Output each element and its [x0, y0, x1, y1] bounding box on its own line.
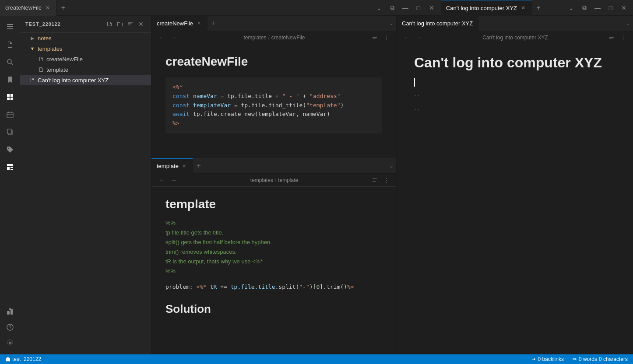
bottom-editor-tab-template[interactable]: template ✕	[151, 158, 193, 174]
vault-status-label: test_220122	[12, 356, 41, 362]
right-forward-button[interactable]: →	[414, 33, 424, 42]
word-count-status[interactable]: ✏ 0 words 0 characters	[571, 356, 629, 362]
bottom-editor-content[interactable]: template %% tp.file.title gets the title…	[151, 187, 396, 354]
backlinks-status[interactable]: 0 backlinks	[529, 356, 566, 362]
activity-bar: ?	[0, 16, 20, 354]
grid-icon[interactable]	[2, 89, 18, 105]
close-tab-createNewFile[interactable]: ✕	[44, 4, 51, 11]
template-code-line: problem: <%* tR += tp.file.title.split("…	[165, 284, 382, 290]
svg-rect-7	[7, 98, 10, 100]
top-editor-content[interactable]: createNewFile <%* const nameVar = tp.fil…	[151, 44, 396, 158]
calendar-icon[interactable]	[2, 107, 18, 122]
sidebar-toggle-icon[interactable]	[2, 19, 18, 35]
close-sidebar-button[interactable]: ✕	[136, 19, 146, 29]
bottom-back-button[interactable]: ←	[157, 175, 166, 185]
split-editor-button[interactable]: ⧉	[387, 2, 398, 14]
minimize-button-right[interactable]: —	[592, 2, 603, 14]
new-tab-button-right[interactable]: +	[532, 2, 545, 14]
right-back-button[interactable]: ←	[402, 33, 411, 42]
tab-chevron-down[interactable]: ⌄	[373, 2, 385, 14]
tab-controls-right: ⌄ ⧉ — □ ✕	[370, 2, 441, 14]
cursor-indicator	[414, 78, 615, 88]
app-tab-createNewFile[interactable]: createNewFile ✕	[0, 0, 57, 16]
svg-rect-8	[11, 98, 13, 100]
top-reading-view-btn[interactable]	[370, 33, 380, 42]
new-folder-button[interactable]	[115, 19, 125, 29]
file-createNewFile-label: createNewFile	[46, 56, 148, 63]
top-code-block: <%* const nameVar = tp.file.title + " - …	[165, 77, 382, 133]
files-icon[interactable]	[2, 37, 18, 52]
sidebar-item-template[interactable]: template	[20, 64, 151, 75]
right-more-options-btn[interactable]: ⋮	[618, 33, 628, 42]
right-editor-tab-cant-log[interactable]: Can't log into computer XYZ	[397, 16, 478, 31]
right-editor-content[interactable]: Can't log into computer XYZ ·· ··	[397, 44, 633, 354]
plugin-icon[interactable]	[2, 304, 18, 319]
tab-chevron-down-right[interactable]: ⌄	[566, 2, 577, 14]
solution-heading: Solution	[165, 302, 382, 316]
top-editor-add-tab[interactable]: +	[207, 18, 219, 29]
template-icon[interactable]	[2, 159, 18, 175]
sidebar-item-templates[interactable]: ▼ templates	[20, 43, 151, 54]
tab-controls-right2: ⌄ ⧉ — □ ✕	[562, 2, 633, 14]
close-window-button[interactable]: ✕	[426, 2, 437, 14]
top-back-button[interactable]: ←	[157, 33, 166, 42]
breadcrumb-file-top[interactable]: createNewFile	[271, 35, 305, 41]
right-editor-tab-chevron[interactable]: ⌄	[623, 18, 633, 28]
split-editor-button-right[interactable]: ⧉	[579, 2, 590, 14]
top-breadcrumb: templates / createNewFile	[181, 35, 367, 41]
settings-icon[interactable]	[2, 335, 18, 351]
bottom-editor-tab-chevron[interactable]: ⌄	[387, 161, 396, 171]
svg-rect-14	[7, 129, 11, 134]
breadcrumb-folder-top[interactable]: templates	[243, 35, 266, 41]
top-toolbar-right: ⋮	[370, 33, 391, 42]
sidebar-item-createNewFile[interactable]: createNewFile	[20, 54, 151, 64]
sidebar-header: test_220122 ✕	[20, 16, 151, 33]
top-forward-button[interactable]: →	[169, 33, 179, 42]
svg-rect-17	[9, 308, 11, 310]
top-editor-title: createNewFile	[165, 55, 382, 69]
right-breadcrumb: Can't log into computer XYZ	[426, 35, 604, 41]
sort-button[interactable]	[126, 19, 135, 29]
close-top-editor-tab[interactable]: ✕	[196, 21, 202, 27]
bottom-editor-add-tab[interactable]: +	[193, 160, 204, 172]
top-editor-tab-createNewFile[interactable]: createNewFile ✕	[151, 16, 207, 31]
sidebar-item-cant-log[interactable]: Can't log into computer XYZ	[20, 75, 151, 85]
bookmarks-icon[interactable]	[2, 72, 18, 88]
bottom-reading-view-btn[interactable]	[370, 175, 380, 185]
bottom-editor-tab-bar: template ✕ + ⌄	[151, 158, 396, 174]
maximize-button-right[interactable]: □	[605, 2, 616, 14]
bottom-more-options-btn[interactable]: ⋮	[381, 175, 391, 185]
close-window-button-right[interactable]: ✕	[618, 2, 629, 14]
vault-status-item[interactable]: test_220122	[4, 356, 43, 362]
sidebar-item-notes[interactable]: ▶ notes	[20, 33, 151, 43]
tag-icon[interactable]	[2, 142, 18, 158]
top-more-options-btn[interactable]: ⋮	[381, 33, 391, 42]
editor-pane-left: createNewFile ✕ + ⌄ ← → templates / crea…	[151, 16, 397, 354]
right-reading-view-btn[interactable]	[607, 33, 616, 42]
svg-rect-9	[7, 112, 13, 118]
new-tab-button-left[interactable]: +	[57, 2, 69, 14]
new-note-button[interactable]	[105, 19, 114, 29]
activity-bottom: ?	[2, 304, 18, 351]
breadcrumb-folder-bottom[interactable]: templates	[250, 177, 273, 183]
close-bottom-editor-tab[interactable]: ✕	[181, 163, 187, 169]
help-icon[interactable]: ?	[2, 319, 18, 335]
copy-icon[interactable]	[2, 124, 18, 140]
file-template-label: template	[46, 66, 148, 73]
top-editor-toolbar: ← → templates / createNewFile ⋮	[151, 31, 396, 44]
edit-icon: ✏	[573, 356, 577, 362]
maximize-button[interactable]: □	[413, 2, 424, 14]
app-tab-createNewFile-label: createNewFile	[5, 4, 42, 11]
top-editor-tab-bar: createNewFile ✕ + ⌄	[151, 16, 396, 31]
app-tab-cant-log[interactable]: Can't log into computer XYZ ✕	[441, 0, 532, 16]
top-editor-tab-chevron[interactable]: ⌄	[387, 18, 396, 28]
bottom-forward-button[interactable]: →	[169, 175, 179, 185]
search-icon[interactable]	[2, 54, 18, 70]
file-icon-template	[38, 67, 45, 72]
right-editor-tab-bar: Can't log into computer XYZ ⌄	[397, 16, 633, 31]
close-tab-cant-log[interactable]: ✕	[520, 4, 527, 11]
minimize-button[interactable]: —	[400, 2, 411, 14]
right-toolbar-right: ⋮	[607, 33, 628, 42]
svg-rect-15	[7, 311, 10, 315]
breadcrumb-file-bottom[interactable]: template	[278, 177, 298, 183]
